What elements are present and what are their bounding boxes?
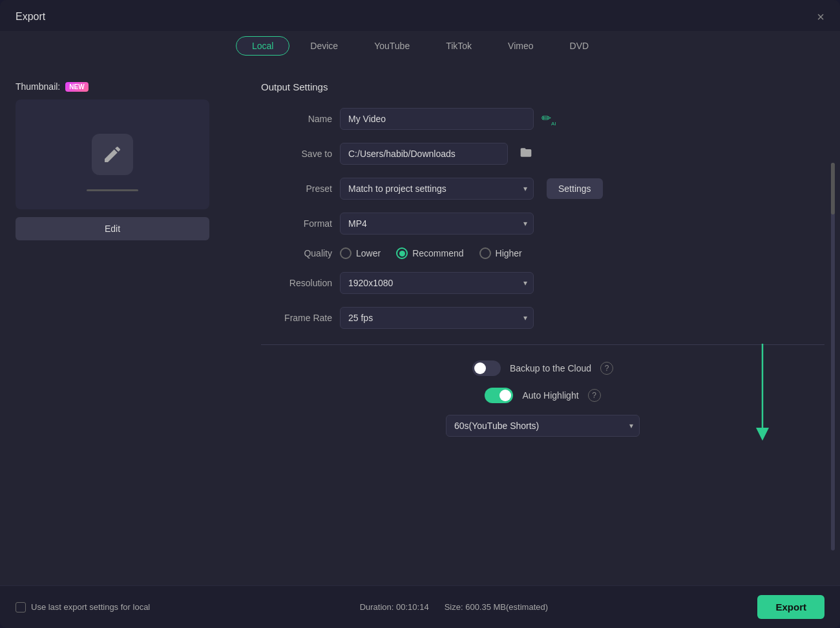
auto-highlight-row: Auto Highlight ? [261,388,824,403]
export-dialog: Export × Local Device YouTube TikTok Vim… [0,0,840,628]
thumbnail-icon-box [92,134,133,175]
tab-vimeo[interactable]: Vimeo [492,36,549,56]
preset-select-wrapper: Match to project settings Custom ▾ [340,178,534,200]
quality-recommend-radio-inner [399,251,405,256]
quality-label: Quality [261,248,332,258]
quality-higher-label: Higher [496,248,522,258]
frame-rate-select-wrapper: 25 fps 30 fps 60 fps ▾ [340,307,534,329]
frame-rate-row: Frame Rate 25 fps 30 fps 60 fps ▾ [261,307,824,329]
duration-label: Duration: [360,602,394,612]
frame-rate-label: Frame Rate [261,313,332,323]
settings-button[interactable]: Settings [547,178,603,199]
use-last-settings-section: Use last export settings for local [16,602,150,612]
quality-row: Quality Lower Recommend [261,247,824,259]
auto-highlight-toggle-knob [499,390,511,401]
youtube-duration-wrapper: 60s(YouTube Shorts) 30s 15s ▾ [261,415,824,437]
save-to-input[interactable] [340,143,508,165]
save-to-row: Save to [261,143,824,165]
preset-row: Preset Match to project settings Custom … [261,178,824,200]
edit-pencil-icon [102,144,123,165]
tab-youtube[interactable]: YouTube [359,36,425,56]
settings-divider [261,344,824,345]
main-content: Thumbnail: NEW Edit Output Settings Name [0,66,840,585]
folder-browse-button[interactable] [516,143,536,165]
name-label: Name [261,114,332,124]
resolution-select[interactable]: 1920x1080 1280x720 3840x2160 [340,272,534,294]
youtube-duration-select[interactable]: 60s(YouTube Shorts) 30s 15s [446,415,640,437]
backup-cloud-label: Backup to the Cloud [510,363,591,373]
size-label: Size: [445,602,463,612]
youtube-duration-select-wrapper: 60s(YouTube Shorts) 30s 15s ▾ [446,415,640,437]
duration-display: Duration: 00:10:14 [360,602,429,612]
backup-cloud-toggle[interactable] [472,361,501,376]
quality-lower-radio[interactable] [340,247,352,259]
auto-highlight-help-icon[interactable]: ? [588,389,601,402]
scrollbar-thumb[interactable] [831,163,835,215]
format-row: Format MP4 MOV AVI MKV ▾ [261,213,824,235]
backup-cloud-toggle-knob [474,362,486,374]
thumbnail-preview [16,99,209,209]
output-settings-title: Output Settings [261,81,824,92]
resolution-row: Resolution 1920x1080 1280x720 3840x2160 … [261,272,824,294]
tab-local[interactable]: Local [236,36,289,56]
frame-rate-select[interactable]: 25 fps 30 fps 60 fps [340,307,534,329]
left-panel: Thumbnail: NEW Edit [16,81,235,570]
close-button[interactable]: × [817,10,824,23]
bottom-bar: Use last export settings for local Durat… [0,585,840,628]
format-select-wrapper: MP4 MOV AVI MKV ▾ [340,213,534,235]
format-select[interactable]: MP4 MOV AVI MKV [340,213,534,235]
preset-label: Preset [261,183,332,194]
scrollbar[interactable] [831,163,835,550]
size-display: Size: 600.35 MB(estimated) [445,602,548,612]
duration-value: 00:10:14 [396,602,429,612]
use-last-settings-checkbox[interactable] [16,602,26,612]
ai-icon[interactable]: ✏AI [541,111,556,127]
bottom-info-section: Duration: 00:10:14 Size: 600.35 MB(estim… [360,602,548,612]
format-label: Format [261,218,332,229]
quality-recommend-label: Recommend [412,248,463,258]
thumbnail-section-label: Thumbnail: NEW [16,81,235,92]
export-button[interactable]: Export [757,595,824,619]
name-input[interactable] [340,108,534,130]
save-to-label: Save to [261,149,332,159]
auto-highlight-toggle[interactable] [485,388,513,403]
preset-select[interactable]: Match to project settings Custom [340,178,534,200]
tab-bar: Local Device YouTube TikTok Vimeo DVD [0,31,840,66]
tab-tiktok[interactable]: TikTok [430,36,487,56]
size-value: 600.35 MB(estimated) [465,602,548,612]
backup-cloud-help-icon[interactable]: ? [600,362,613,375]
quality-options: Lower Recommend Higher [340,247,522,259]
quality-lower-label: Lower [356,248,381,258]
name-row: Name ✏AI [261,108,824,130]
edit-thumbnail-button[interactable]: Edit [16,217,209,240]
new-badge: NEW [65,82,88,92]
title-bar: Export × [0,0,840,31]
quality-higher-radio[interactable] [479,247,491,259]
quality-lower-option[interactable]: Lower [340,247,381,259]
thumbnail-decoration-line [87,189,138,191]
dialog-title: Export [16,11,45,23]
tab-device[interactable]: Device [295,36,353,56]
use-last-settings-label: Use last export settings for local [31,602,150,612]
auto-highlight-label: Auto Highlight [522,390,578,401]
right-panel: Output Settings Name ✏AI Save to Prese [251,81,824,570]
resolution-label: Resolution [261,278,332,288]
quality-recommend-radio[interactable] [396,247,408,259]
quality-recommend-option[interactable]: Recommend [396,247,463,259]
backup-cloud-row: Backup to the Cloud ? [261,361,824,376]
thumbnail-text: Thumbnail: [16,81,60,92]
folder-icon [520,146,532,159]
resolution-select-wrapper: 1920x1080 1280x720 3840x2160 ▾ [340,272,534,294]
quality-higher-option[interactable]: Higher [479,247,522,259]
tab-dvd[interactable]: DVD [554,36,605,56]
